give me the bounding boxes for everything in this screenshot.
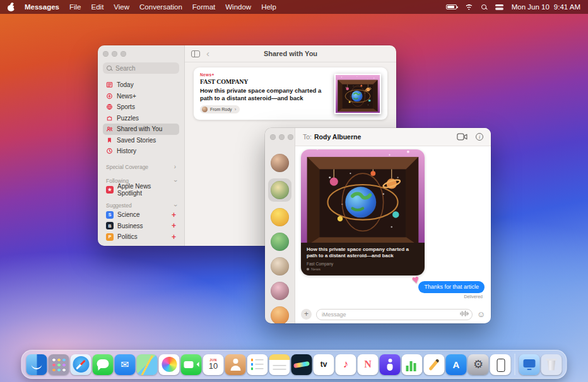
conversation-avatar[interactable] [271,306,289,323]
recipient-name: Rody Albuerne [314,133,361,141]
messages-conversation-strip [265,128,295,323]
dock-podcasts-icon[interactable] [380,354,401,375]
close-window-button[interactable] [103,51,109,57]
menu-window[interactable]: Window [225,3,251,11]
imessage-input[interactable] [316,309,473,320]
sidebar-item-business[interactable]: B Business + [103,221,179,232]
sidebar-item-puzzles[interactable]: Puzzles [103,113,179,124]
back-chevron-icon[interactable]: ‹ [206,49,209,58]
conversation-avatar[interactable] [271,282,289,300]
sidebar-item-saved-stories[interactable]: Saved Stories [103,135,179,146]
conversation-avatar[interactable] [271,233,289,251]
follow-topic-button[interactable]: + [172,222,176,229]
sidebar-item-history[interactable]: History [103,146,179,157]
conversation-avatar-list [268,154,291,323]
shared-from-pill[interactable]: From Rody › [200,105,240,113]
shared-from-label: From Rody [210,107,232,112]
shared-article-card[interactable]: News+ FAST COMPANY How this private spac… [194,67,387,120]
sent-message-bubble[interactable]: Thanks for that article [418,281,485,293]
sidebar-item-label: Sports [117,103,135,110]
dock-maps-icon[interactable] [137,354,158,375]
dock-pages-icon[interactable] [424,354,445,375]
dock-freeform-icon[interactable] [291,354,312,375]
control-center-icon[interactable] [495,4,503,10]
close-window-button[interactable] [270,134,276,140]
sidebar-item-news-plus[interactable]: News+ [103,91,179,102]
dock-photos-icon[interactable] [159,354,180,375]
news-search-field[interactable] [103,62,179,74]
wifi-icon[interactable] [465,4,473,10]
minimize-window-button[interactable] [279,134,285,140]
dock-safari-icon[interactable] [71,354,91,375]
sidebar-item-shared-with-you[interactable]: Shared with You [103,124,179,135]
politics-topic-icon: P [106,233,114,241]
dock-finder-icon[interactable] [26,354,47,375]
zoom-window-button[interactable] [288,134,293,140]
section-label: Special Coverage [106,164,148,170]
conversation-avatar[interactable] [271,154,289,172]
menu-edit[interactable]: Edit [91,3,104,11]
sidebar-item-apple-news-spotlight[interactable]: ★ Apple News Spotlight [103,185,179,196]
apple-menu-icon[interactable] [8,3,15,11]
dock-app-store-icon[interactable] [446,354,467,375]
dock-reminders-icon[interactable] [247,354,268,375]
conversation-avatar[interactable] [271,257,289,275]
conversation-header: To: Rody Albuerne i [295,128,491,146]
dock-numbers-icon[interactable] [402,354,423,375]
sidebar-item-label: Today [117,81,134,88]
follow-topic-button[interactable]: + [172,211,176,219]
history-clock-icon [106,148,113,154]
dock-launchpad-icon[interactable] [49,354,69,375]
emoji-picker-icon[interactable]: ☺ [477,310,485,318]
publisher-masthead: FAST COMPANY [200,78,328,85]
sidebar-toggle-icon[interactable] [191,50,200,57]
dock-facetime-icon[interactable] [181,354,202,375]
follow-topic-button[interactable]: + [172,233,176,241]
sidebar-item-today[interactable]: Today [103,79,179,91]
spotlight-search-icon[interactable] [481,4,487,10]
sidebar-item-label: History [117,148,136,154]
dock-apple-tv-icon[interactable] [314,354,334,375]
menu-format[interactable]: Format [192,3,215,11]
sidebar-item-politics[interactable]: P Politics + [103,231,179,243]
sidebar-item-label: Shared with You [117,125,162,132]
audio-message-icon[interactable] [460,310,469,316]
battery-icon[interactable] [446,4,457,9]
dock-messages-icon[interactable] [93,354,114,375]
dock-news-icon[interactable] [358,354,379,375]
section-suggested[interactable]: Suggested › [103,202,179,209]
menu-bar: Messages File Edit View Conversation For… [0,0,588,14]
conversation-avatar-selected[interactable] [268,178,291,202]
dock-mail-icon[interactable] [115,354,136,375]
sidebar-item-label: Apple News Spotlight [117,183,176,197]
sidebar-item-science[interactable]: S Science + [103,209,179,221]
message-composer: + ☺ [295,304,491,323]
news-plus-badge: News+ [200,72,328,77]
menu-conversation[interactable]: Conversation [139,3,182,11]
dock-calendar-icon[interactable]: JUN 10 [203,354,224,375]
shared-article-preview[interactable]: How this private space company charted a… [301,149,425,275]
dock-screen-sharing-icon[interactable] [519,354,540,375]
search-input[interactable] [115,65,172,72]
dock-contacts-icon[interactable] [225,354,246,375]
facetime-video-icon[interactable] [457,133,467,141]
zoom-window-button[interactable] [121,51,126,57]
dock-system-settings-icon[interactable] [468,354,489,375]
minimize-window-button[interactable] [112,51,117,57]
section-special-coverage[interactable]: Special Coverage › [103,163,179,171]
menu-file[interactable]: File [69,3,81,11]
sidebar-item-label: Business [117,223,143,229]
menu-bar-clock[interactable]: Mon Jun 10 9:41 AM [512,3,580,11]
dock-iphone-mirroring-icon[interactable] [490,354,511,375]
conversation-avatar[interactable] [271,208,289,226]
menu-app-name[interactable]: Messages [25,3,59,11]
dock-notes-icon[interactable] [269,354,290,375]
info-icon[interactable]: i [476,133,483,141]
menu-view[interactable]: View [114,3,129,11]
sidebar-item-sports[interactable]: Sports [103,101,179,113]
today-icon [106,81,113,88]
dock-trash-icon[interactable] [541,354,562,375]
dock-music-icon[interactable] [336,354,356,375]
add-attachment-button[interactable]: + [301,309,312,320]
menu-help[interactable]: Help [261,3,276,11]
